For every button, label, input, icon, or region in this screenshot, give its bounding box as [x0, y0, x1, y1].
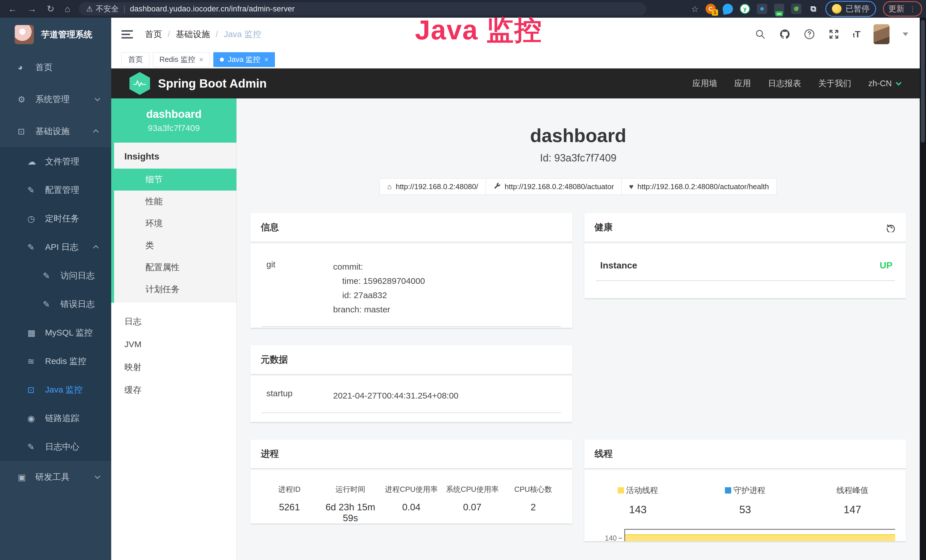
table-row: git commit: time: 1596289704000 id: 27aa…	[250, 244, 572, 317]
browser-back-icon[interactable]: ←	[8, 4, 17, 14]
monitor-icon: ⊡	[27, 385, 40, 395]
sba-menu-environment[interactable]: 环境	[114, 212, 236, 235]
pin-extension-icon[interactable]	[722, 3, 734, 15]
sba-menu-jvm[interactable]: JVM	[111, 333, 236, 356]
sidebar-item-file-manage[interactable]: ☁ 文件管理	[0, 147, 111, 176]
sba-menu-logging[interactable]: 日志	[111, 310, 236, 333]
browser-forward-icon[interactable]: →	[27, 4, 36, 14]
chevron-down-icon	[95, 95, 100, 101]
sidebar-item-log-center[interactable]: ✎ 日志中心	[0, 433, 111, 461]
tab-home[interactable]: 首页	[121, 52, 150, 67]
infra-submenu: ☁ 文件管理 ✎ 配置管理 ◷ 定时任务 ✎ API 日志 ✎ 访问日志 ✎	[0, 147, 111, 461]
sba-sidebar: dashboard 93a3fc7f7409 Insights 细节 性能 环境…	[111, 98, 237, 560]
sba-menu-details[interactable]: 细节	[114, 169, 236, 191]
insights-group-label: Insights	[114, 143, 236, 169]
breadcrumb-home[interactable]: 首页	[145, 29, 162, 40]
threads-card: 线程 活动线程 143 守护进程 53 线	[584, 440, 906, 541]
metadata-value: 2021-04-27T00:44:31.254+08:00	[333, 389, 561, 403]
sidebar-item-access-log[interactable]: ✎ 访问日志	[0, 261, 111, 290]
extension-y-icon[interactable]: y	[740, 4, 750, 14]
breadcrumb-infra[interactable]: 基础设施	[176, 29, 210, 40]
brand[interactable]: 芋道管理系统	[0, 18, 111, 51]
live-threads-swatch	[618, 487, 624, 493]
sba-nav-about[interactable]: 关于我们	[818, 78, 851, 89]
sba-nav-wallboard[interactable]: 应用墙	[692, 78, 717, 89]
not-secure-warning-icon: ⚠	[86, 5, 93, 14]
sidebar-item-infra[interactable]: ⊡ 基础设施	[0, 115, 111, 147]
sidebar-item-dev-tools[interactable]: ▣ 研发工具	[0, 461, 111, 493]
browser-reload-icon[interactable]: ↻	[47, 3, 54, 14]
instance-url-buttons: ⌂ http://192.168.0.2:48080/ http://192.1…	[237, 178, 920, 195]
close-icon[interactable]: ×	[264, 56, 268, 64]
caret-down-icon[interactable]	[903, 33, 908, 36]
browser-menu-icon[interactable]: ⋮	[909, 5, 917, 14]
sidebar-item-config-manage[interactable]: ✎ 配置管理	[0, 176, 111, 204]
sba-nav-journal[interactable]: 日志报表	[768, 78, 801, 89]
metadata-key: startup	[262, 389, 333, 403]
instance-name: dashboard	[146, 108, 201, 120]
sidebar-item-error-log[interactable]: ✎ 错误日志	[0, 290, 111, 318]
screenshot-root: ← → ↻ ⌂ ⚠ 不安全 | dashboard.yudao.iocoder.…	[0, 0, 926, 560]
profile-paused-badge[interactable]: 已暂停	[825, 1, 876, 17]
language-select[interactable]: zh-CN	[869, 79, 900, 88]
sba-nav-applications[interactable]: 应用	[734, 78, 751, 89]
font-size-icon[interactable]: tT	[853, 29, 860, 40]
sba-menu-config-props[interactable]: 配置属性	[114, 256, 236, 278]
tab-java-monitor[interactable]: Java 监控 ×	[213, 52, 275, 67]
insights-group: Insights 细节 性能 环境 类 配置属性 计划任务	[111, 143, 236, 303]
sidebar-item-api-log[interactable]: ✎ API 日志	[0, 233, 111, 261]
page-instance-id: Id: 93a3fc7f7409	[237, 152, 920, 164]
briefcase-icon: ▣	[18, 472, 30, 482]
extension-leaf-icon[interactable]	[791, 4, 801, 14]
page-scrollbar[interactable]	[920, 18, 926, 560]
chrome-update-button[interactable]: 更新 ⋮	[883, 1, 922, 17]
instance-id: 93a3fc7f7409	[148, 123, 200, 133]
info-key: git	[262, 260, 333, 317]
process-table-values: 5261 6d 23h 15m 59s 0.04 0.07 2	[259, 502, 564, 524]
actuator-url-button[interactable]: http://192.168.0.2:48080/actuator	[486, 178, 622, 195]
collapse-sidebar-icon[interactable]	[121, 30, 133, 38]
bookmark-star-icon[interactable]: ☆	[691, 4, 699, 14]
extensions-puzzle-icon[interactable]: ⧉	[808, 4, 819, 14]
sidebar-item-system[interactable]: ⚙ 系统管理	[0, 83, 111, 115]
github-icon[interactable]	[779, 29, 791, 40]
daemon-threads-swatch	[725, 487, 731, 493]
sidebar-item-tracing[interactable]: ◉ 链路追踪	[0, 404, 111, 433]
sidebar-item-scheduled-jobs[interactable]: ◷ 定时任务	[0, 204, 111, 233]
sidebar-item-mysql-monitor[interactable]: ▦ MySQL 监控	[0, 318, 111, 347]
fullscreen-icon[interactable]	[828, 29, 840, 40]
extension-grid-icon[interactable]	[757, 4, 767, 14]
browser-home-icon[interactable]: ⌂	[65, 4, 70, 14]
health-card-title: 健康	[595, 221, 613, 234]
table-icon: ▦	[27, 328, 40, 338]
user-avatar[interactable]	[873, 24, 890, 44]
close-icon[interactable]: ×	[199, 56, 203, 64]
sba-menu-metrics[interactable]: 性能	[114, 191, 236, 212]
health-url-button[interactable]: ♥ http://192.168.0.2:48080/actuator/heal…	[622, 178, 777, 195]
sba-menu-classes[interactable]: 类	[114, 235, 236, 256]
extension-switch-icon[interactable]: on	[774, 4, 784, 14]
help-icon[interactable]	[803, 29, 815, 40]
search-icon[interactable]	[755, 29, 766, 40]
service-url-button[interactable]: ⌂ http://192.168.0.2:48080/	[380, 178, 486, 195]
live-threads-value: 143	[584, 504, 691, 516]
heartbeat-icon: ♥	[629, 182, 633, 191]
tab-redis-monitor[interactable]: Redis 监控 ×	[153, 52, 210, 67]
process-uptime: 6d 23h 15m 59s	[320, 502, 381, 524]
spring-boot-admin-logo	[130, 72, 150, 95]
sidebar-item-java-monitor[interactable]: ⊡ Java 监控	[0, 375, 111, 404]
instance-header: dashboard 93a3fc7f7409	[111, 98, 236, 143]
extension-icon[interactable]: C1	[705, 4, 716, 14]
cpu-cores: 2	[503, 502, 564, 524]
history-icon[interactable]	[886, 222, 896, 232]
scrollbar-thumb[interactable]	[921, 20, 925, 143]
address-bar[interactable]: ⚠ 不安全 | dashboard.yudao.iocoder.cn/infra…	[79, 2, 646, 15]
sba-menu-mappings[interactable]: 映射	[111, 356, 236, 378]
sba-menu-scheduled-tasks[interactable]: 计划任务	[114, 278, 236, 300]
chevron-down-icon	[896, 80, 902, 86]
sba-menu-caches[interactable]: 缓存	[111, 378, 236, 401]
process-table-header: 进程ID 运行时间 进程CPU使用率 系统CPU使用率 CPU核心数	[259, 484, 564, 494]
sidebar-item-home[interactable]: ◕ 首页	[0, 51, 111, 83]
sidebar-item-redis-monitor[interactable]: ≋ Redis 监控	[0, 347, 111, 375]
cloud-upload-icon: ☁	[27, 157, 40, 166]
